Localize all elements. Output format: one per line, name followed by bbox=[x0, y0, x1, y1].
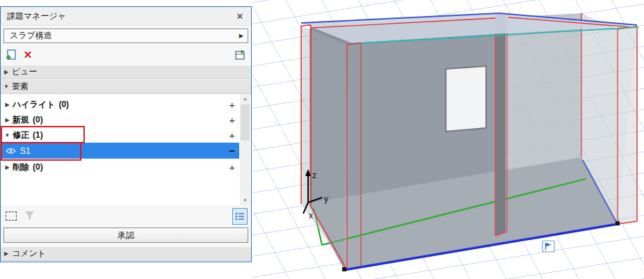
tree-item-label: ハイライト bbox=[13, 99, 55, 111]
tree-item-count: (1) bbox=[33, 130, 43, 140]
section-elements-label: 要素 bbox=[12, 81, 29, 93]
tree-item-modified[interactable]: ▼ 修正 (1) + bbox=[2, 127, 239, 143]
panel-title: 課題マネージャ bbox=[1, 10, 66, 22]
left-wall bbox=[301, 26, 347, 270]
tree-item-label: 削除 bbox=[13, 161, 29, 173]
tree-item-deleted[interactable]: ▶ 削除 (0) + bbox=[2, 159, 239, 175]
issue-toolbar: ✕ bbox=[1, 46, 251, 65]
selection-handle-left[interactable] bbox=[342, 267, 346, 271]
scrollbar-thumb[interactable] bbox=[241, 104, 250, 141]
app-root: z y x 課題マネージャ ✕ スラブ構造 ▶ bbox=[0, 0, 644, 279]
add-all-icon[interactable]: + bbox=[229, 129, 239, 141]
flag-marker[interactable] bbox=[542, 241, 554, 252]
chevron-right-icon: ▶ bbox=[2, 164, 13, 170]
chevron-down-icon: ▼ bbox=[1, 83, 12, 90]
x-axis-label: x bbox=[309, 211, 313, 221]
section-view-label: ビュー bbox=[12, 66, 38, 78]
tree-item-new[interactable]: ▶ 新規 (0) + bbox=[2, 112, 239, 127]
approve-button[interactable]: 承認 bbox=[3, 228, 248, 243]
issue-organizer-button[interactable] bbox=[233, 48, 247, 62]
section-view[interactable]: ▶ ビュー bbox=[1, 65, 251, 79]
elements-tree: ▶ ハイライト (0) + ▶ 新規 (0) + ▼ 修正 (1) + bbox=[1, 94, 251, 205]
marquee-icon[interactable] bbox=[6, 212, 17, 221]
selection-handle-right[interactable] bbox=[615, 221, 620, 225]
chevron-right-icon: ▶ bbox=[1, 250, 12, 257]
front-wall bbox=[344, 28, 637, 270]
tree-item-count: (0) bbox=[33, 115, 43, 125]
remove-icon[interactable]: − bbox=[229, 145, 239, 157]
3d-scene: z y x bbox=[252, 0, 644, 279]
eye-icon bbox=[6, 148, 16, 154]
y-axis-label: y bbox=[324, 194, 328, 204]
list-view-toggle[interactable] bbox=[232, 208, 248, 225]
issue-manager-panel: 課題マネージャ ✕ スラブ構造 ▶ ✕ bbox=[0, 6, 252, 262]
scroll-down-icon[interactable]: ▼ bbox=[240, 196, 250, 205]
chevron-down-icon: ▼ bbox=[2, 132, 13, 138]
section-comment[interactable]: ▶ コメント bbox=[1, 246, 251, 261]
tree-item-label: 新規 bbox=[13, 114, 29, 126]
tree-item-label: 修正 bbox=[13, 129, 29, 141]
close-button[interactable]: ✕ bbox=[232, 9, 248, 24]
tree-item-s1-selected[interactable]: S1 − bbox=[2, 143, 239, 159]
add-all-icon[interactable]: + bbox=[229, 161, 239, 173]
issue-organizer-icon bbox=[234, 49, 246, 61]
chevron-right-icon: ▶ bbox=[2, 117, 13, 123]
delete-issue-button[interactable]: ✕ bbox=[21, 48, 35, 62]
chevron-right-icon: ▶ bbox=[2, 102, 13, 108]
chevron-right-icon: ▶ bbox=[239, 33, 248, 39]
issue-selector[interactable]: スラブ構造 ▶ bbox=[3, 29, 248, 43]
add-all-icon[interactable]: + bbox=[229, 99, 239, 111]
tree-item-label: S1 bbox=[20, 146, 31, 156]
issue-selector-value: スラブ構造 bbox=[4, 30, 52, 42]
scroll-up-icon[interactable]: ▲ bbox=[240, 94, 250, 104]
section-comment-label: コメント bbox=[12, 248, 46, 260]
section-elements[interactable]: ▼ 要素 bbox=[1, 79, 251, 94]
tree-scrollbar[interactable]: ▲ ▼ bbox=[240, 94, 250, 205]
3d-viewport[interactable]: z y x bbox=[252, 0, 644, 279]
tree-item-highlight[interactable]: ▶ ハイライト (0) + bbox=[2, 97, 239, 112]
list-icon bbox=[234, 211, 245, 222]
z-axis-label: z bbox=[312, 170, 316, 180]
panel-titlebar[interactable]: 課題マネージャ ✕ bbox=[1, 7, 251, 26]
add-issue-button[interactable] bbox=[4, 48, 18, 62]
add-issue-icon bbox=[5, 49, 17, 61]
tree-item-count: (0) bbox=[58, 99, 69, 109]
add-all-icon[interactable]: + bbox=[229, 114, 239, 126]
panel-bottombar bbox=[1, 207, 251, 226]
chevron-right-icon: ▶ bbox=[1, 69, 12, 75]
tree-item-count: (0) bbox=[33, 162, 43, 172]
filter-icon bbox=[24, 210, 35, 223]
